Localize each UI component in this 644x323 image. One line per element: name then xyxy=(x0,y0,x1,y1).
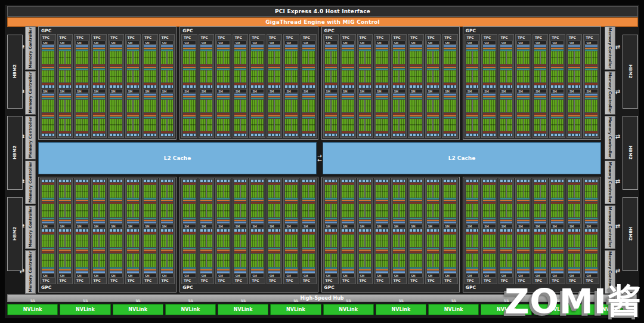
core-array xyxy=(376,70,388,83)
warp-scheduler-bar xyxy=(127,220,140,221)
warp-scheduler-bar xyxy=(144,115,156,116)
l1-data-cache-tex-bar xyxy=(500,229,513,232)
l1-instruction-cache-bar xyxy=(483,271,496,273)
l1-instruction-cache-bar xyxy=(410,94,422,96)
dispatch-unit-bar xyxy=(161,117,174,118)
processing-block xyxy=(200,96,213,115)
sm-body xyxy=(516,93,530,137)
sm-label: SM xyxy=(392,224,406,228)
sm-block: SM xyxy=(234,229,247,278)
core-array xyxy=(268,254,281,267)
dispatch-unit-bar xyxy=(144,218,156,219)
core-array xyxy=(302,70,315,83)
l1-instruction-cache-bar xyxy=(302,45,315,47)
l1-instruction-cache-bar xyxy=(427,94,439,96)
warp-scheduler-bar xyxy=(500,269,513,270)
l1-instruction-cache-bar xyxy=(268,45,281,47)
sm-label: SM xyxy=(443,41,457,45)
sm-block: SM xyxy=(75,89,89,137)
tensor-core-bar xyxy=(285,183,298,184)
warp-scheduler-bar xyxy=(42,48,54,49)
sm-body xyxy=(443,229,457,273)
l1-instruction-cache-bar xyxy=(500,94,513,96)
hbm2-label: HBM2 xyxy=(13,64,17,78)
tpc-column: TPCSMSM xyxy=(233,34,249,138)
warp-scheduler-bar xyxy=(410,220,422,221)
l1-data-cache-tex-bar xyxy=(251,180,264,182)
sm-block: SM xyxy=(160,179,174,228)
warp-scheduler-bar xyxy=(444,250,456,251)
core-array xyxy=(359,51,371,64)
l1-data-cache-tex-bar xyxy=(551,180,564,182)
dispatch-unit-bar xyxy=(568,248,581,250)
sm-block: SM xyxy=(109,179,123,228)
tpc-label: TPC xyxy=(216,35,230,40)
sm-block: SM xyxy=(392,41,406,88)
core-array xyxy=(42,51,54,64)
l1-data-cache-tex-bar xyxy=(161,229,174,232)
processing-block xyxy=(393,252,405,271)
tensor-core-bar xyxy=(161,232,174,234)
processing-block xyxy=(59,67,72,85)
warp-scheduler-bar xyxy=(483,201,496,202)
warp-scheduler-bar xyxy=(183,67,196,68)
processing-block xyxy=(110,252,122,271)
warp-scheduler-bar xyxy=(42,96,54,97)
l1-data-cache-tex-bar xyxy=(110,85,122,88)
warp-scheduler-bar xyxy=(302,220,315,221)
dispatch-unit-bar xyxy=(217,248,230,250)
tensor-core-bar xyxy=(568,83,581,85)
sm-body xyxy=(392,93,406,137)
sm-block: SM xyxy=(126,229,140,278)
warp-scheduler-bar xyxy=(127,115,140,116)
sm-body xyxy=(216,45,230,88)
sm-block: SM xyxy=(568,41,581,88)
dispatch-unit-bar xyxy=(183,98,196,99)
gpc-label: GPC xyxy=(323,27,458,34)
sm-block: SM xyxy=(92,179,106,228)
sm-body xyxy=(466,93,479,137)
sm-body xyxy=(200,45,213,88)
core-array xyxy=(59,185,72,198)
core-array xyxy=(144,235,156,248)
sm-body xyxy=(482,229,496,273)
processing-block xyxy=(217,252,230,271)
tensor-core-bar xyxy=(427,232,439,234)
tensor-core-bar xyxy=(268,64,281,66)
tensor-core-bar xyxy=(76,113,88,115)
dispatch-unit-bar xyxy=(144,69,156,70)
core-array xyxy=(285,100,298,112)
warp-scheduler-bar xyxy=(251,269,264,270)
core-array xyxy=(393,185,405,198)
warp-scheduler-bar xyxy=(376,269,388,270)
sm-body xyxy=(200,179,213,224)
dispatch-unit-bar xyxy=(427,218,439,219)
l1-data-cache-tex-bar xyxy=(251,229,264,232)
sm-body xyxy=(126,45,140,88)
dispatch-unit-bar xyxy=(376,248,388,250)
warp-scheduler-bar xyxy=(342,67,354,68)
core-array xyxy=(359,70,371,83)
l1-data-cache-tex-bar xyxy=(444,85,456,88)
watermark: ZOMI酱 xyxy=(504,274,642,323)
tpc-label: TPC xyxy=(341,35,355,40)
l1-data-cache-tex-bar xyxy=(285,134,298,136)
tensor-core-bar xyxy=(342,131,354,133)
processing-block xyxy=(410,232,422,251)
tensor-core-bar xyxy=(302,252,315,254)
warp-scheduler-bar xyxy=(427,115,439,116)
processing-block xyxy=(183,232,196,251)
warp-scheduler-bar xyxy=(500,96,513,97)
l1-instruction-cache-bar xyxy=(200,222,213,223)
warp-scheduler-bar xyxy=(585,250,597,251)
core-array xyxy=(517,185,530,198)
warp-scheduler-bar xyxy=(127,48,140,49)
l1-instruction-cache-bar xyxy=(234,94,247,96)
tpc-column: TPCSMSM xyxy=(499,34,515,138)
core-array xyxy=(251,205,264,218)
sm-block: SM xyxy=(216,41,230,88)
sm-block: SM xyxy=(324,229,338,278)
tpc-label: TPC xyxy=(375,35,389,40)
sm-label: SM xyxy=(182,224,196,228)
warp-scheduler-bar xyxy=(325,250,338,251)
